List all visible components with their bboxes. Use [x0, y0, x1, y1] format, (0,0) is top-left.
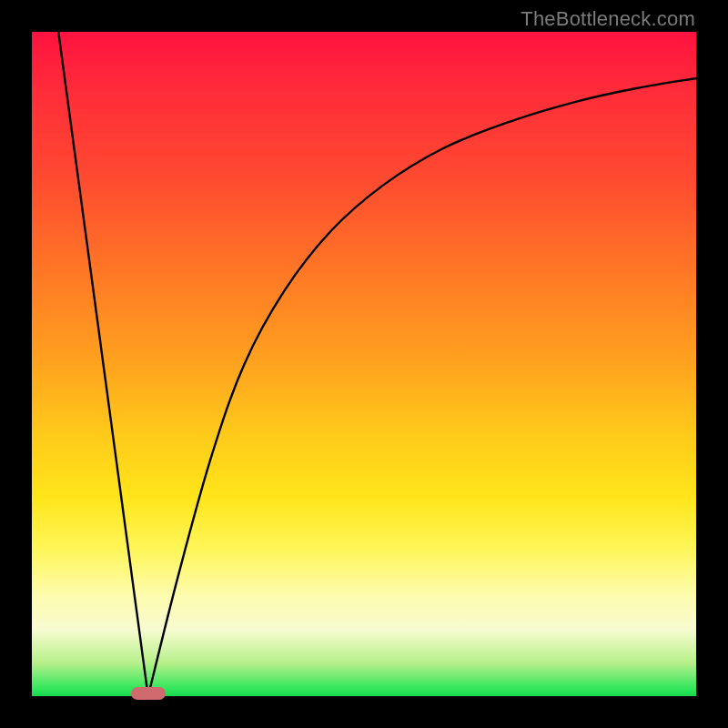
watermark-text: TheBottleneck.com	[521, 7, 695, 31]
bottleneck-curve	[32, 32, 696, 696]
plot-area	[32, 32, 696, 696]
curve-path	[58, 32, 696, 706]
chart-frame: TheBottleneck.com	[0, 0, 728, 728]
minimum-marker	[131, 687, 166, 700]
